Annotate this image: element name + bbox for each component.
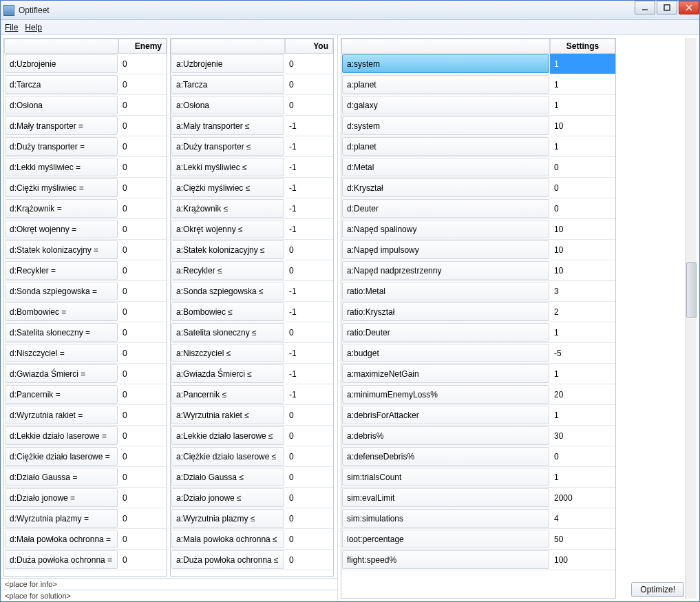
you-key[interactable]: a:Duży transporter ≤ bbox=[171, 137, 284, 156]
you-key[interactable]: a:Działo Gaussa ≤ bbox=[171, 468, 284, 486]
you-key[interactable]: a:Wyrzutnia plazmy ≤ bbox=[171, 509, 284, 528]
enemy-key[interactable]: d:Recykler = bbox=[5, 261, 118, 280]
enemy-value[interactable]: 0 bbox=[118, 260, 167, 280]
you-row[interactable]: a:Wyrzutnia rakiet ≤0 bbox=[171, 405, 333, 426]
you-value[interactable]: -1 bbox=[285, 281, 333, 301]
settings-key[interactable]: a:planet bbox=[342, 75, 549, 94]
settings-value[interactable]: 0 bbox=[550, 446, 615, 466]
settings-key[interactable]: a:minimumEnemyLoss% bbox=[342, 385, 549, 404]
enemy-row[interactable]: d:Recykler =0 bbox=[4, 260, 167, 281]
settings-row[interactable]: a:defenseDebris%0 bbox=[341, 446, 615, 467]
settings-key[interactable]: a:Napęd impulsowy bbox=[342, 240, 549, 259]
you-value-header[interactable]: You bbox=[285, 39, 333, 54]
settings-value[interactable]: 100 bbox=[550, 550, 615, 570]
you-key[interactable]: a:Krążownik ≤ bbox=[171, 199, 284, 218]
settings-row[interactable]: a:minimumEnemyLoss%20 bbox=[341, 384, 615, 405]
enemy-value[interactable]: 0 bbox=[118, 240, 167, 260]
enemy-value[interactable]: 0 bbox=[118, 343, 167, 363]
menu-file[interactable]: File bbox=[5, 23, 18, 32]
settings-value[interactable]: 10 bbox=[550, 116, 615, 136]
you-value[interactable]: 0 bbox=[285, 240, 333, 260]
close-button[interactable] bbox=[679, 1, 699, 14]
enemy-key[interactable]: d:Pancernik = bbox=[5, 385, 118, 404]
you-value[interactable]: -1 bbox=[285, 343, 333, 363]
enemy-table[interactable]: Enemy d:Uzbrojenie0d:Tarcza0d:Osłona0d:M… bbox=[3, 38, 167, 577]
you-row[interactable]: a:Okręt wojenny ≤-1 bbox=[171, 219, 333, 240]
settings-value[interactable]: 0 bbox=[550, 198, 615, 218]
you-value[interactable]: 0 bbox=[285, 550, 333, 570]
enemy-value[interactable]: 0 bbox=[118, 136, 167, 156]
enemy-value[interactable]: 0 bbox=[118, 384, 167, 404]
menu-help[interactable]: Help bbox=[25, 23, 42, 32]
settings-value[interactable]: 1 bbox=[550, 54, 615, 74]
you-key[interactable]: a:Tarcza bbox=[171, 75, 284, 94]
you-key[interactable]: a:Gwiazda Śmierci ≤ bbox=[171, 364, 284, 383]
enemy-row[interactable]: d:Duża powłoka ochronna =0 bbox=[4, 550, 167, 570]
settings-row[interactable]: loot:percentage50 bbox=[341, 529, 615, 550]
you-value[interactable]: 0 bbox=[285, 426, 333, 446]
enemy-key[interactable]: d:Bombowiec = bbox=[5, 302, 118, 321]
settings-key[interactable]: d:system bbox=[342, 116, 549, 135]
you-value[interactable]: -1 bbox=[285, 384, 333, 404]
enemy-row[interactable]: d:Uzbrojenie0 bbox=[4, 54, 167, 74]
you-row[interactable]: a:Statek kolonizacyjny ≤0 bbox=[171, 240, 333, 260]
settings-value[interactable]: 0 bbox=[550, 157, 615, 177]
settings-row[interactable]: sim:evalLimit2000 bbox=[341, 488, 615, 508]
settings-row[interactable]: a:debrisForAttacker1 bbox=[341, 405, 615, 426]
enemy-row[interactable]: d:Wyrzutnia plazmy =0 bbox=[4, 508, 167, 529]
enemy-value[interactable]: 0 bbox=[118, 116, 167, 136]
enemy-key[interactable]: d:Ciężkie działo laserowe = bbox=[5, 447, 118, 466]
you-value[interactable]: -1 bbox=[285, 157, 333, 177]
enemy-value[interactable]: 0 bbox=[118, 281, 167, 301]
settings-key[interactable]: flight:speed% bbox=[342, 550, 549, 569]
you-row[interactable]: a:Ciężki myśliwiec ≤-1 bbox=[171, 178, 333, 198]
you-row[interactable]: a:Uzbrojenie0 bbox=[171, 54, 333, 74]
settings-key[interactable]: a:Napęd nadprzestrzenny bbox=[342, 261, 549, 280]
enemy-value[interactable]: 0 bbox=[118, 405, 167, 425]
you-key[interactable]: a:Ciężkie działo laserowe ≤ bbox=[171, 447, 284, 466]
settings-table[interactable]: Settings a:system1a:planet1d:galaxy1d:sy… bbox=[341, 38, 616, 599]
settings-row[interactable]: ratio:Kryształ2 bbox=[341, 302, 615, 322]
settings-row[interactable]: a:system1 bbox=[341, 54, 615, 74]
enemy-row[interactable]: d:Ciężkie działo laserowe =0 bbox=[4, 446, 167, 467]
settings-row[interactable]: sim:simulations4 bbox=[341, 508, 615, 529]
enemy-key[interactable]: d:Lekki myśliwiec = bbox=[5, 158, 118, 176]
enemy-key[interactable]: d:Działo jonowe = bbox=[5, 488, 118, 507]
you-value[interactable]: -1 bbox=[285, 136, 333, 156]
you-row[interactable]: a:Bombowiec ≤-1 bbox=[171, 302, 333, 322]
settings-key[interactable]: d:Deuter bbox=[342, 199, 549, 218]
you-key[interactable]: a:Okręt wojenny ≤ bbox=[171, 220, 284, 238]
enemy-value[interactable]: 0 bbox=[118, 488, 167, 508]
enemy-row[interactable]: d:Okręt wojenny =0 bbox=[4, 219, 167, 240]
enemy-value[interactable]: 0 bbox=[118, 198, 167, 218]
you-value[interactable]: 0 bbox=[285, 488, 333, 508]
settings-row[interactable]: d:galaxy1 bbox=[341, 95, 615, 116]
you-value[interactable]: 0 bbox=[285, 467, 333, 487]
you-value[interactable]: 0 bbox=[285, 322, 333, 342]
settings-value[interactable]: 30 bbox=[550, 426, 615, 446]
settings-value[interactable]: 1 bbox=[550, 74, 615, 94]
settings-key[interactable]: d:galaxy bbox=[342, 96, 549, 114]
you-row[interactable]: a:Osłona0 bbox=[171, 95, 333, 116]
settings-value-header[interactable]: Settings bbox=[550, 39, 615, 54]
you-key[interactable]: a:Ciężki myśliwiec ≤ bbox=[171, 178, 284, 197]
settings-row[interactable]: a:Napęd impulsowy10 bbox=[341, 240, 615, 260]
enemy-value[interactable]: 0 bbox=[118, 550, 167, 570]
settings-value[interactable]: 1 bbox=[550, 322, 615, 342]
you-key[interactable]: a:Sonda szpiegowska ≤ bbox=[171, 282, 284, 300]
you-key[interactable]: a:Wyrzutnia rakiet ≤ bbox=[171, 406, 284, 424]
settings-value[interactable]: 0 bbox=[550, 178, 615, 198]
you-row[interactable]: a:Tarcza0 bbox=[171, 74, 333, 95]
enemy-row[interactable]: d:Wyrzutnia rakiet =0 bbox=[4, 405, 167, 426]
you-value[interactable]: 0 bbox=[285, 74, 333, 94]
settings-key[interactable]: sim:simulations bbox=[342, 509, 549, 528]
maximize-button[interactable] bbox=[657, 1, 677, 14]
enemy-key[interactable]: d:Mała powłoka ochronna = bbox=[5, 530, 118, 548]
enemy-key[interactable]: d:Wyrzutnia plazmy = bbox=[5, 509, 118, 528]
settings-key[interactable]: ratio:Deuter bbox=[342, 323, 549, 342]
settings-key[interactable]: a:debrisForAttacker bbox=[342, 406, 549, 424]
enemy-key[interactable]: d:Uzbrojenie bbox=[5, 54, 118, 73]
enemy-value[interactable]: 0 bbox=[118, 95, 167, 115]
settings-value[interactable]: 2000 bbox=[550, 488, 615, 508]
enemy-key[interactable]: d:Lekkie działo laserowe = bbox=[5, 426, 118, 445]
